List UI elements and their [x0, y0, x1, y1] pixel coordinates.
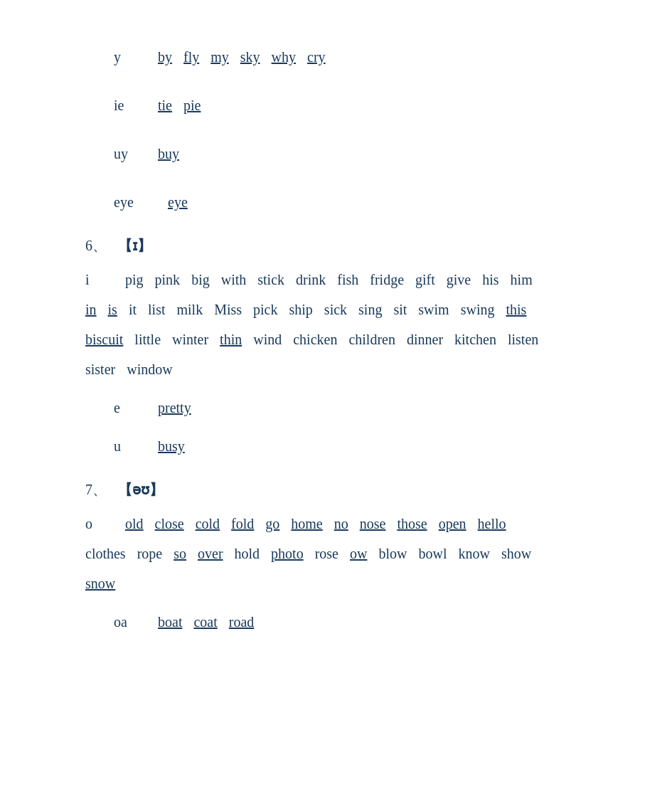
word-fly: fly [183, 43, 199, 71]
word-snow: snow [85, 569, 115, 598]
word-know: know [458, 539, 489, 568]
section-6: 6、 【ɪ】 i pig pink big with stick drink f… [85, 236, 615, 460]
e-label: e [114, 393, 139, 422]
word-in: in [85, 295, 97, 324]
u-label: u [114, 432, 139, 460]
word-pig: pig [125, 265, 144, 294]
word-big: big [191, 265, 210, 294]
word-sky: sky [240, 43, 260, 71]
section-7-phonetic: 【əʊ】 [118, 480, 164, 499]
word-hello: hello [478, 509, 506, 538]
section-6-phonetic: 【ɪ】 [118, 236, 151, 255]
word-sister: sister [85, 355, 115, 383]
section-7-number: 7、 [85, 480, 107, 499]
word-pink: pink [155, 265, 181, 294]
word-it: it [129, 295, 137, 324]
eye-label: eye [114, 188, 149, 216]
word-biscuit: biscuit [85, 325, 123, 354]
word-photo: photo [271, 539, 304, 568]
word-ship: ship [289, 295, 313, 324]
o-label: o [85, 509, 107, 538]
section-6-heading: 6、 【ɪ】 [85, 236, 615, 255]
section-7-o-row1: o old close cold fold go home no nose th… [85, 509, 615, 538]
word-eye: eye [168, 188, 188, 216]
section-7: 7、 【əʊ】 o old close cold fold go home no… [85, 480, 615, 636]
section-7-o-row3: snow [85, 569, 615, 598]
section-6-i-row4: sister window [85, 355, 615, 383]
ie-section: ie tie pie [85, 91, 615, 120]
word-drink: drink [296, 265, 326, 294]
word-my: my [210, 43, 229, 71]
y-row: y by fly my sky why cry [85, 43, 615, 71]
word-pretty: pretty [158, 393, 191, 422]
word-him: him [511, 265, 533, 294]
word-little: little [134, 325, 161, 354]
word-so: so [174, 539, 186, 568]
word-listen: listen [508, 325, 538, 354]
word-kitchen: kitchen [454, 325, 496, 354]
word-by: by [158, 43, 172, 71]
word-busy: busy [158, 432, 185, 460]
y-label: y [114, 43, 139, 71]
word-home: home [291, 509, 322, 538]
word-list: list [148, 295, 165, 324]
word-tie: tie [158, 91, 172, 120]
word-hold: hold [235, 539, 260, 568]
uy-row: uy buy [85, 139, 615, 168]
word-window: window [127, 355, 172, 383]
word-close: close [155, 509, 184, 538]
word-those: those [397, 509, 427, 538]
word-rope: rope [137, 539, 163, 568]
ie-label: ie [114, 91, 139, 120]
uy-section: uy buy [85, 139, 615, 168]
i-label: i [85, 265, 107, 294]
section-6-i-row2: in is it list milk Miss pick ship sick s… [85, 295, 615, 324]
word-stick: stick [257, 265, 284, 294]
word-pick: pick [253, 295, 277, 324]
word-sing: sing [358, 295, 382, 324]
eye-section: eye eye [85, 188, 615, 216]
section-6-i-row1: i pig pink big with stick drink fish fri… [85, 265, 615, 294]
word-why: why [272, 43, 296, 71]
section-7-heading: 7、 【əʊ】 [85, 480, 615, 499]
word-gift: gift [415, 265, 435, 294]
word-winter: winter [172, 325, 208, 354]
word-nose: nose [360, 509, 386, 538]
word-sick: sick [324, 295, 347, 324]
word-fold: fold [231, 509, 254, 538]
word-rose: rose [315, 539, 338, 568]
section-7-oa-block: oa boat coat road [85, 608, 615, 636]
word-his: his [482, 265, 498, 294]
section-6-number: 6、 [85, 236, 107, 255]
word-children: children [348, 325, 395, 354]
word-milk: milk [176, 295, 203, 324]
word-miss: Miss [214, 295, 242, 324]
word-pie: pie [183, 91, 201, 120]
oa-row: oa boat coat road [85, 608, 615, 636]
word-is: is [108, 295, 117, 324]
eye-row: eye eye [85, 188, 615, 216]
word-road: road [229, 608, 255, 636]
word-wind: wind [253, 325, 282, 354]
word-chicken: chicken [293, 325, 337, 354]
word-cry: cry [307, 43, 326, 71]
word-show: show [501, 539, 531, 568]
word-over: over [198, 539, 223, 568]
word-no: no [334, 509, 348, 538]
word-with: with [221, 265, 247, 294]
section-6-i-row3: biscuit little winter thin wind chicken … [85, 325, 615, 354]
word-thin: thin [220, 325, 242, 354]
oa-label: oa [114, 608, 139, 636]
word-sit: sit [393, 295, 407, 324]
y-section: y by fly my sky why cry [85, 43, 615, 71]
u-row: u busy [85, 432, 615, 460]
word-give: give [447, 265, 471, 294]
word-ow: ow [350, 539, 367, 568]
uy-label: uy [114, 139, 139, 168]
word-fridge: fridge [370, 265, 404, 294]
word-boat: boat [158, 608, 182, 636]
word-blow: blow [378, 539, 407, 568]
word-fish: fish [337, 265, 358, 294]
word-bowl: bowl [418, 539, 447, 568]
word-go: go [265, 509, 279, 538]
